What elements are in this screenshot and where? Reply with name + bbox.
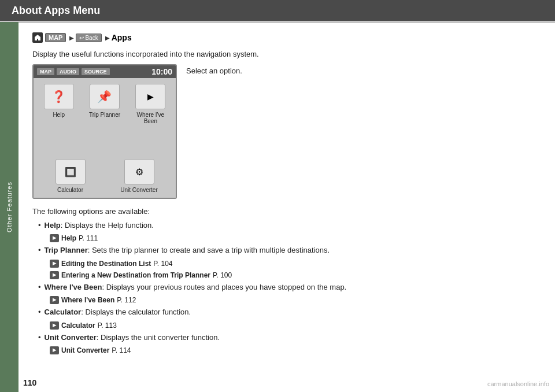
- ref-trip-planner-text-2: Entering a New Destination from Trip Pla…: [61, 270, 210, 280]
- home-icon: [32, 32, 43, 43]
- option-calculator-name: Calculator: [45, 308, 82, 316]
- option-help: • Help: Displays the Help function.: [38, 220, 541, 231]
- where-ive-been-icon: ▶: [135, 84, 165, 109]
- page-header: About Apps Menu: [0, 0, 555, 21]
- description-text: Display the useful functions incorporate…: [32, 50, 541, 58]
- option-trip-planner-desc: Sets the trip planner to create and save…: [92, 246, 330, 254]
- arrow-2: ▶: [105, 35, 110, 41]
- ref-where-ive-been-text: Where I've Been: [61, 295, 114, 305]
- unit-converter-icon: ⚙: [124, 159, 154, 184]
- ref-calculator: ▶ Calculator P. 113: [50, 320, 541, 331]
- ref-unit-converter-icon: ▶: [50, 346, 59, 354]
- nav-app-where-ive-been[interactable]: ▶ Where I've Been: [130, 84, 171, 154]
- option-unit-converter-desc: Displays the unit converter function.: [101, 333, 220, 342]
- nav-app-unit-converter[interactable]: ⚙ Unit Converter: [107, 159, 171, 193]
- nav-app-trip-planner[interactable]: 📌 Trip Planner: [84, 84, 125, 154]
- option-trip-planner-name: Trip Planner: [45, 246, 88, 254]
- nav-screen-body: ❓ Help 📌 Trip Planner ▶ Where I've Been: [34, 78, 176, 159]
- ref-trip-planner-text-1: Editing the Destination List: [61, 258, 151, 269]
- option-where-ive-been-name: Where I've Been: [45, 283, 102, 291]
- calculator-icon: 🔲: [56, 159, 86, 184]
- back-icon: ↩: [79, 35, 84, 41]
- nav-screen-row2: 🔲 Calculator ⚙ Unit Converter: [34, 159, 176, 198]
- page-number: 110: [23, 378, 36, 387]
- ref-calculator-text: Calculator: [61, 320, 95, 331]
- ref-unit-converter-text: Unit Converter: [61, 345, 109, 356]
- option-help-name: Help: [45, 221, 61, 230]
- sidebar-label: Other Features: [6, 182, 13, 232]
- ref-where-ive-been-icon: ▶: [50, 296, 59, 304]
- map-button[interactable]: MAP: [45, 33, 66, 42]
- option-where-ive-been: • Where I've Been: Displays your previou…: [38, 282, 541, 293]
- ref-calculator-icon: ▶: [50, 321, 59, 330]
- option-calculator-desc: Displays the calculator function.: [85, 308, 191, 316]
- trip-planner-icon: 📌: [90, 84, 120, 109]
- nav-screen: MAP AUDIO SOURCE 10:00 ❓ Help 📌 Trip Pla…: [32, 64, 177, 199]
- nav-source-btn[interactable]: SOURCE: [82, 68, 110, 75]
- help-icon: ❓: [44, 84, 74, 109]
- ref-where-ive-been: ▶ Where I've Been P. 112: [50, 295, 541, 305]
- option-help-desc: Displays the Help function.: [65, 221, 154, 230]
- option-unit-converter-name: Unit Converter: [45, 333, 97, 342]
- arrow-1: ▶: [69, 35, 74, 41]
- watermark: carmanualsonline.info: [487, 380, 549, 387]
- where-ive-been-label: Where I've Been: [130, 112, 171, 124]
- apps-label: Apps: [112, 33, 132, 42]
- sidebar: Other Features: [0, 22, 18, 392]
- unit-converter-label: Unit Converter: [120, 187, 157, 193]
- option-trip-planner: • Trip Planner: Sets the trip planner to…: [38, 245, 541, 256]
- ref-trip-planner-icon-1: ▶: [50, 260, 59, 268]
- select-option-text: Select an option.: [186, 64, 242, 75]
- options-section: The following options are available: • H…: [32, 206, 541, 356]
- ref-help-page: P. 111: [79, 233, 98, 243]
- ref-help-text: Help: [61, 233, 76, 243]
- nav-audio-btn[interactable]: AUDIO: [57, 68, 79, 75]
- options-title: The following options are available:: [32, 206, 541, 217]
- back-label: Back: [85, 35, 98, 41]
- ref-trip-planner-2: ▶ Entering a New Destination from Trip P…: [50, 270, 541, 280]
- ref-trip-planner-icon-2: ▶: [50, 271, 59, 279]
- header-title: About Apps Menu: [12, 5, 100, 17]
- ref-trip-planner-page-2: P. 100: [213, 270, 232, 280]
- nav-app-calculator[interactable]: 🔲 Calculator: [38, 159, 102, 193]
- nav-app-help[interactable]: ❓ Help: [38, 84, 79, 154]
- nav-time: 10:00: [151, 67, 172, 76]
- nav-screen-header: MAP AUDIO SOURCE 10:00: [34, 65, 176, 78]
- nav-map-btn[interactable]: MAP: [37, 68, 54, 75]
- ref-unit-converter-page: P. 114: [112, 345, 131, 356]
- option-unit-converter: • Unit Converter: Displays the unit conv…: [38, 332, 541, 343]
- ref-help: ▶ Help P. 111: [50, 233, 541, 243]
- back-button[interactable]: ↩ Back: [76, 34, 101, 42]
- ref-help-icon: ▶: [50, 234, 59, 242]
- breadcrumb: MAP ▶ ↩ Back ▶ Apps: [32, 32, 541, 43]
- option-calculator: • Calculator: Displays the calculator fu…: [38, 306, 541, 318]
- content-row: MAP AUDIO SOURCE 10:00 ❓ Help 📌 Trip Pla…: [32, 64, 541, 199]
- ref-where-ive-been-page: P. 112: [117, 295, 136, 305]
- ref-unit-converter: ▶ Unit Converter P. 114: [50, 345, 541, 356]
- ref-trip-planner-1: ▶ Editing the Destination List P. 104: [50, 258, 541, 269]
- calculator-label: Calculator: [57, 187, 83, 193]
- ref-calculator-page: P. 113: [98, 320, 117, 331]
- help-label: Help: [53, 112, 65, 118]
- option-where-ive-been-desc: Displays your previous routes and places…: [106, 283, 347, 291]
- main-content: MAP ▶ ↩ Back ▶ Apps Display the useful f…: [18, 22, 555, 392]
- ref-trip-planner-page-1: P. 104: [153, 258, 172, 269]
- trip-planner-label: Trip Planner: [89, 112, 120, 118]
